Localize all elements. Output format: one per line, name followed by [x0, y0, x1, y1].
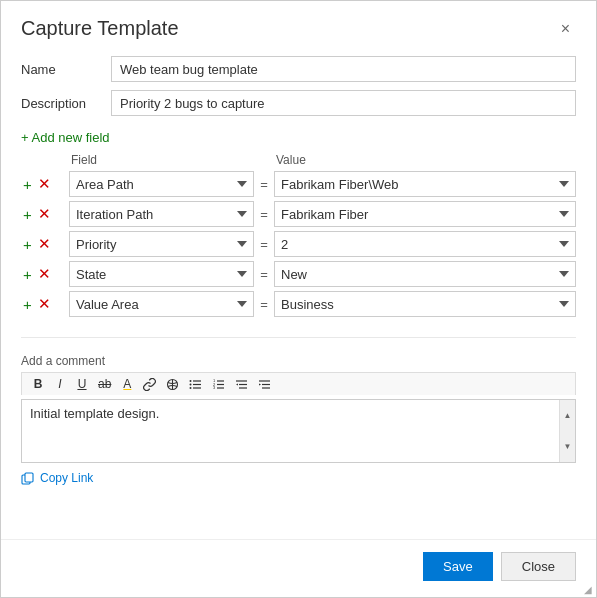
svg-marker-21: [259, 383, 261, 385]
name-label: Name: [21, 62, 111, 77]
svg-rect-23: [25, 473, 33, 482]
capture-template-dialog: Capture Template × Name Description + Ad…: [0, 0, 597, 598]
name-row: Name: [21, 56, 576, 82]
divider: [21, 337, 576, 338]
row-actions: + ✕: [21, 295, 69, 313]
comment-section: Add a comment B I U ab A 123: [21, 354, 576, 463]
toolbar-highlight-button[interactable]: A: [117, 376, 137, 392]
value-select-priority[interactable]: 2: [274, 231, 576, 257]
equals-sign: =: [254, 237, 274, 252]
remove-field-button[interactable]: ✕: [36, 175, 53, 193]
add-field-button[interactable]: +: [21, 206, 34, 223]
copy-link-button[interactable]: Copy Link: [21, 471, 576, 485]
row-actions: + ✕: [21, 205, 69, 223]
scroll-up-button[interactable]: ▲: [560, 400, 575, 431]
row-actions: + ✕: [21, 265, 69, 283]
fields-header: Field Value: [21, 153, 576, 167]
toolbar-underline-button[interactable]: U: [72, 376, 92, 392]
field-select-value-area[interactable]: Value Area: [69, 291, 254, 317]
dialog-title: Capture Template: [21, 17, 179, 40]
comment-scrollbar: ▲ ▼: [559, 400, 575, 462]
value-select-iteration-path[interactable]: Fabrikam Fiber: [274, 201, 576, 227]
table-row: + ✕ Area Path = Fabrikam Fiber\Web: [21, 171, 576, 197]
name-input[interactable]: [111, 56, 576, 82]
toolbar-link-button[interactable]: [139, 377, 160, 392]
value-select-state[interactable]: New: [274, 261, 576, 287]
comment-area-wrapper: Initial template design. ▲ ▼: [21, 399, 576, 463]
remove-field-button[interactable]: ✕: [36, 235, 53, 253]
dialog-header: Capture Template ×: [1, 1, 596, 48]
table-row: + ✕ Iteration Path = Fabrikam Fiber: [21, 201, 576, 227]
toolbar-indent-increase-button[interactable]: [254, 377, 275, 392]
add-field-button[interactable]: +: [21, 296, 34, 313]
copy-link-label: Copy Link: [40, 471, 93, 485]
row-actions: + ✕: [21, 175, 69, 193]
add-new-field-button[interactable]: + Add new field: [21, 130, 576, 145]
description-input[interactable]: [111, 90, 576, 116]
comment-toolbar: B I U ab A 123: [21, 372, 576, 395]
header-field-label: Field: [71, 153, 256, 167]
header-value-label: Value: [276, 153, 576, 167]
equals-sign: =: [254, 207, 274, 222]
add-field-button[interactable]: +: [21, 176, 34, 193]
dialog-footer: Save Close: [1, 539, 596, 597]
svg-marker-17: [236, 383, 238, 385]
value-select-area-path[interactable]: Fabrikam Fiber\Web: [274, 171, 576, 197]
equals-sign: =: [254, 177, 274, 192]
toolbar-indent-decrease-button[interactable]: [231, 377, 252, 392]
dialog-body: Name Description + Add new field Field V…: [1, 48, 596, 539]
toolbar-strikethrough-button[interactable]: ab: [94, 376, 115, 392]
remove-field-button[interactable]: ✕: [36, 205, 53, 223]
table-row: + ✕ State = New: [21, 261, 576, 287]
toolbar-list-ol-button[interactable]: 123: [208, 377, 229, 392]
svg-point-7: [190, 387, 192, 389]
value-select-value-area[interactable]: Business: [274, 291, 576, 317]
row-actions: + ✕: [21, 235, 69, 253]
save-button[interactable]: Save: [423, 552, 493, 581]
fields-table: Field Value + ✕ Area Path = Fabrikam Fib…: [21, 153, 576, 321]
equals-sign: =: [254, 267, 274, 282]
toolbar-list-ul-button[interactable]: [185, 377, 206, 392]
add-field-button[interactable]: +: [21, 266, 34, 283]
scroll-down-button[interactable]: ▼: [560, 431, 575, 462]
comment-label: Add a comment: [21, 354, 576, 368]
copy-icon: [21, 472, 34, 485]
close-button[interactable]: Close: [501, 552, 576, 581]
dialog-close-button[interactable]: ×: [555, 18, 576, 40]
resize-handle: ◢: [584, 585, 592, 595]
field-select-priority[interactable]: Priority: [69, 231, 254, 257]
comment-textarea[interactable]: Initial template design.: [22, 400, 575, 462]
svg-point-6: [190, 383, 192, 385]
field-select-area-path[interactable]: Area Path: [69, 171, 254, 197]
remove-field-button[interactable]: ✕: [36, 295, 53, 313]
field-select-iteration-path[interactable]: Iteration Path: [69, 201, 254, 227]
remove-field-button[interactable]: ✕: [36, 265, 53, 283]
description-label: Description: [21, 96, 111, 111]
toolbar-link2-button[interactable]: [162, 377, 183, 392]
description-row: Description: [21, 90, 576, 116]
field-select-state[interactable]: State: [69, 261, 254, 287]
add-field-button[interactable]: +: [21, 236, 34, 253]
toolbar-italic-button[interactable]: I: [50, 376, 70, 392]
svg-text:3: 3: [213, 385, 216, 390]
equals-sign: =: [254, 297, 274, 312]
table-row: + ✕ Priority = 2: [21, 231, 576, 257]
toolbar-bold-button[interactable]: B: [28, 376, 48, 392]
svg-point-5: [190, 380, 192, 382]
table-row: + ✕ Value Area = Business: [21, 291, 576, 317]
